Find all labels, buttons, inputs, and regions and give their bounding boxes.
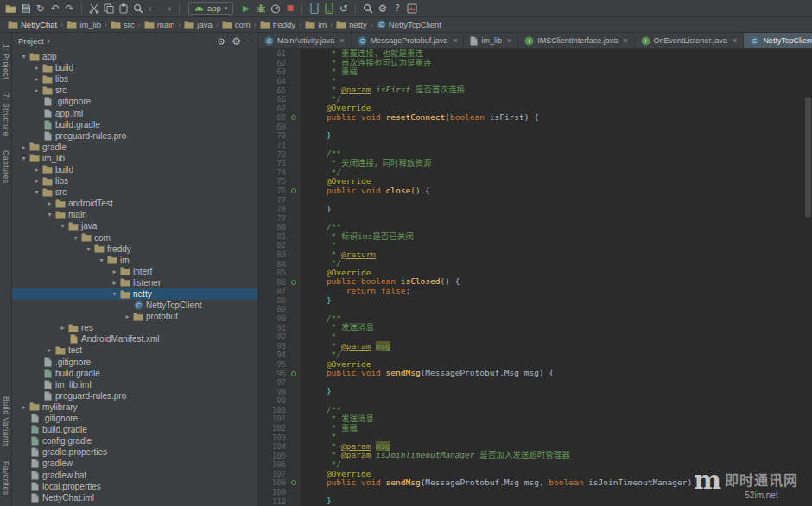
tab-im-lib[interactable]: im_lib× (464, 33, 518, 48)
code-line-93[interactable]: * @param msg (307, 342, 812, 351)
close-icon[interactable]: × (453, 36, 457, 45)
code-line-76[interactable]: public void close() { (307, 187, 812, 196)
copy-button[interactable] (101, 2, 116, 16)
tree-item-libs[interactable]: ▸libs (12, 73, 257, 85)
breadcrumb-src[interactable]: src (109, 20, 136, 29)
tree-item-proguard-rules-pro[interactable]: proguard-rules.pro (12, 130, 257, 142)
chevron-down-icon[interactable]: ▾ (110, 290, 119, 298)
chevron-right-icon[interactable]: ▸ (45, 199, 54, 207)
tree-item-build-gradle[interactable]: build.gradle (12, 368, 257, 379)
line-number[interactable]: 84 (258, 260, 289, 269)
tree-item-app[interactable]: ▾app (12, 51, 257, 62)
tree-item-res[interactable]: ▸res (12, 322, 257, 333)
line-number[interactable]: 88 (258, 296, 289, 305)
line-number[interactable]: 64 (258, 77, 289, 85)
line-number[interactable]: 105 (258, 452, 289, 460)
code-line-105[interactable]: * @param isJoinTimeoutManager 是否加入发送超时管理… (307, 451, 812, 460)
tree-item-com[interactable]: ▾com (12, 232, 257, 244)
tree-item-gradlew-bat[interactable]: gradlew.bat (12, 469, 257, 480)
tool-button-7-structure[interactable]: 7: Structure (2, 93, 10, 136)
help-button[interactable]: ? (390, 2, 404, 16)
line-number[interactable]: 90 (258, 314, 289, 323)
code-line-69[interactable] (307, 123, 812, 132)
breadcrumb-com[interactable]: com (220, 20, 252, 29)
chevron-down-icon[interactable]: ▾ (32, 188, 41, 196)
breadcrumb-im-lib[interactable]: im_lib (65, 20, 103, 29)
stop-button[interactable]: ■ (282, 2, 297, 16)
line-number[interactable]: 86 (258, 278, 289, 287)
code-line-87[interactable]: return false; (307, 287, 812, 296)
chevron-down-icon[interactable]: ▾ (97, 256, 106, 264)
tree-item-local-properties[interactable]: local.properties (12, 481, 257, 492)
code-line-68[interactable]: public void resetConnect(boolean isFirst… (307, 113, 812, 123)
code-line-63[interactable]: * 重载 (307, 67, 812, 77)
redo-button[interactable]: ↷ (62, 2, 77, 16)
tree-item-nettychat-iml[interactable]: NettyChat.iml (12, 492, 257, 503)
tree-item-build-gradle[interactable]: build.gradle (12, 424, 257, 435)
close-icon[interactable]: × (339, 36, 344, 45)
line-number[interactable]: 85 (258, 269, 289, 277)
tab-imsclientinterface-java[interactable]: IIMSClientInterface.java× (518, 33, 634, 48)
line-number[interactable]: 62 (258, 59, 289, 67)
tree-item-src[interactable]: ▾src (12, 187, 257, 198)
code-line-73[interactable]: * 关闭连接，同时释放资源 (307, 159, 812, 168)
line-number[interactable]: 95 (258, 360, 289, 369)
tab-oneventlistener-java[interactable]: IOnEventListener.java× (635, 33, 745, 48)
tree-item-gradle[interactable]: ▸gradle (12, 142, 257, 153)
line-number[interactable]: 76 (258, 187, 289, 195)
chevron-right-icon[interactable]: ▸ (32, 166, 41, 174)
line-number[interactable]: 93 (258, 342, 289, 351)
line-number[interactable]: 107 (258, 470, 289, 478)
line-number[interactable]: 61 (258, 49, 289, 58)
override-marker-icon[interactable] (291, 280, 296, 285)
code-line-99[interactable] (307, 396, 812, 406)
line-number[interactable]: 74 (258, 168, 289, 177)
chevron-right-icon[interactable]: ▸ (58, 324, 67, 332)
code-line-65[interactable]: * @param isFirst 是否首次连接 (307, 85, 812, 95)
project-view-select[interactable]: Project ▾ (18, 36, 50, 46)
tree-item-build[interactable]: ▸build (12, 164, 257, 175)
tree-item-libs[interactable]: ▸libs (12, 175, 257, 187)
breadcrumb-im[interactable]: im (303, 20, 328, 29)
chevron-right-icon[interactable]: ▸ (19, 143, 29, 151)
tab-nettytcpclient-java[interactable]: CNettyTcpClient.java× (744, 33, 812, 48)
chevron-right-icon[interactable]: ▸ (32, 86, 41, 94)
collapse-button[interactable]: ─ (246, 37, 251, 46)
tree-item-im-lib[interactable]: ▾im_lib (12, 153, 257, 164)
line-number[interactable]: 79 (258, 214, 289, 223)
chevron-down-icon[interactable]: ▾ (45, 211, 54, 218)
tree-item-build-gradle[interactable]: build.gradle (12, 119, 257, 130)
chevron-right-icon[interactable]: ▸ (32, 177, 41, 185)
run-config-select[interactable]: app ▾ (188, 2, 233, 15)
override-marker-icon[interactable] (291, 371, 296, 376)
line-number[interactable]: 68 (258, 113, 289, 122)
line-number[interactable]: 70 (258, 131, 289, 140)
code-line-106[interactable]: */ (307, 460, 812, 470)
tree-item-gitignore[interactable]: .gitignore (12, 357, 257, 368)
chevron-down-icon[interactable]: ▾ (58, 222, 67, 230)
code-line-74[interactable]: */ (307, 168, 812, 178)
code-line-88[interactable]: } (307, 296, 812, 306)
tree-item-gitignore[interactable]: .gitignore (12, 96, 257, 107)
line-number[interactable]: 98 (258, 388, 289, 396)
tree-item-gradlew[interactable]: gradlew (12, 458, 257, 469)
line-number[interactable]: 87 (258, 287, 289, 295)
close-icon[interactable]: × (623, 36, 627, 45)
breadcrumb-netty[interactable]: netty (334, 20, 369, 29)
code-line-100[interactable]: /** (307, 406, 812, 415)
device-button[interactable] (307, 2, 321, 16)
cut-button[interactable] (86, 2, 101, 16)
line-number[interactable]: 75 (258, 177, 289, 186)
line-number[interactable]: 103 (258, 433, 289, 442)
chevron-right-icon[interactable]: ▸ (110, 268, 119, 275)
line-number[interactable]: 109 (258, 488, 289, 497)
line-number[interactable]: 89 (258, 305, 289, 313)
chevron-right-icon[interactable]: ▸ (110, 279, 119, 287)
tree-item-gradle-properties[interactable]: gradle.properties (12, 446, 257, 458)
gear-button[interactable]: ⚙ (232, 36, 241, 47)
override-marker-icon[interactable] (291, 480, 296, 485)
code-line-81[interactable]: * 标识ims是否已关闭 (307, 232, 812, 242)
tab-mainactivity-java[interactable]: CMainActivity.java× (258, 33, 352, 48)
tree-item-nettytcpclient[interactable]: CNettyTcpClient (12, 300, 257, 311)
line-number[interactable]: 100 (258, 406, 289, 414)
